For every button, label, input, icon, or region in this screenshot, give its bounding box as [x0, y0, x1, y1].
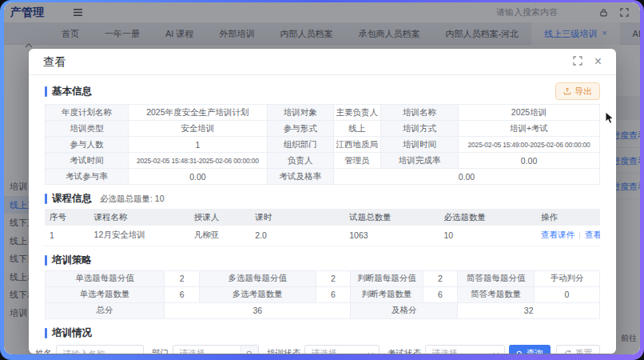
- column-header: 课程名称: [89, 209, 189, 226]
- table-row: 单选考题数量6 多选考题数量6 判断考题数量6 简答考题数量0: [46, 286, 600, 302]
- table-row: 参与人数1 组织部门江西地质局 培训时间2025-02-05 15:49:00-…: [46, 137, 600, 153]
- reset-button[interactable]: 重置: [556, 345, 600, 354]
- field-label: 单选题每题分值: [46, 270, 165, 286]
- section-accent-bar: [45, 194, 47, 204]
- view-courseware-link[interactable]: 查看课件: [541, 230, 574, 239]
- cell-hours: 2.0: [250, 226, 344, 246]
- department-search-icon[interactable]: [241, 346, 258, 354]
- field-value: 线上: [333, 121, 380, 137]
- training-status-select[interactable]: 请选择: [304, 345, 380, 354]
- field-value: 32: [458, 302, 600, 318]
- strategy-table: 单选题每题分值2 多选题每题分值2 判断题每题分值2 简答题每题分值手动判分 单…: [45, 270, 600, 319]
- department-select[interactable]: 请选择: [173, 345, 259, 354]
- field-value: 6: [423, 286, 458, 302]
- department-label: 部门: [152, 348, 169, 354]
- course-info-section-title: 课程信息: [52, 192, 92, 206]
- field-value: 江西地质局: [333, 137, 380, 153]
- field-label: 培训类型: [46, 121, 129, 137]
- field-value: 0: [535, 286, 600, 302]
- field-value: 培训+考试: [459, 121, 600, 137]
- field-value: 2: [165, 270, 200, 286]
- field-label: 判断考题数量: [351, 286, 423, 302]
- view-question-bank-link[interactable]: 查看题库: [585, 230, 600, 239]
- field-label: 参与人数: [46, 137, 129, 153]
- field-label: 及格分: [351, 302, 458, 318]
- exam-status-select[interactable]: 请选择: [425, 345, 505, 354]
- field-value: 安全培训: [129, 121, 268, 137]
- training-status-section-title: 培训情况: [52, 326, 92, 340]
- cell-total-questions: 1063: [344, 226, 439, 246]
- field-label: 简答题每题分值: [458, 270, 535, 286]
- export-button[interactable]: 导出: [555, 82, 600, 100]
- column-header: 授课人: [189, 209, 250, 226]
- column-header: 试题总数量: [344, 209, 439, 226]
- field-label: 考试参与率: [46, 169, 129, 185]
- cell-actions: 查看课件查看题库: [536, 226, 600, 246]
- search-icon: [516, 350, 523, 354]
- dialog-close-icon[interactable]: ×: [594, 55, 602, 68]
- field-label: 判断题每题分值: [351, 270, 423, 286]
- exam-status-label: 考试状态: [388, 348, 421, 354]
- mouse-cursor: [605, 111, 614, 129]
- training-status-label: 培训状态: [267, 348, 300, 354]
- field-value: 36: [165, 302, 351, 318]
- field-label: 培训名称: [380, 105, 458, 121]
- field-value: 6: [316, 286, 351, 302]
- field-label: 考试时间: [46, 153, 129, 169]
- field-label: 多选考题数量: [199, 286, 316, 302]
- refresh-icon: [564, 350, 572, 354]
- strategy-section-title: 培训策略: [52, 254, 92, 267]
- section-accent-bar: [45, 255, 47, 266]
- course-table: 序号 课程名称 授课人 课时 试题总数量 必选题数量 操作 1 12月安全培训 …: [45, 209, 600, 246]
- dialog-title: 查看: [43, 54, 66, 70]
- field-value: 2025-02-05 15:48:31-2025-02-06 00:00:00: [129, 153, 268, 169]
- column-header: 操作: [536, 209, 600, 226]
- field-value: 0.00: [129, 169, 268, 185]
- field-value: 1: [129, 137, 268, 153]
- dialog-fullscreen-icon[interactable]: [573, 54, 582, 69]
- filter-form: 姓名 部门 请选择 培训状态 请选择: [35, 345, 600, 354]
- cell-no: 1: [45, 226, 89, 246]
- basic-info-section-title: 基本信息: [52, 85, 92, 98]
- column-header: 课时: [250, 209, 344, 226]
- field-value: 0.00: [333, 169, 599, 185]
- name-input[interactable]: [56, 345, 144, 354]
- field-label: 组织部门: [267, 137, 333, 153]
- field-value: 2025-02-05 15:49:00-2025-02-06 00:00:00: [459, 137, 600, 153]
- cell-teacher: 凡柳亚: [189, 226, 250, 246]
- name-label: 姓名: [35, 348, 52, 354]
- chevron-down-icon: [363, 352, 379, 354]
- field-label: 总分: [46, 302, 165, 318]
- view-dialog: 查看 × 基本信息 导出: [29, 49, 616, 354]
- field-label: 年度计划名称: [46, 105, 129, 121]
- field-label: 培训完成率: [380, 153, 458, 169]
- field-value: 2: [316, 270, 351, 286]
- section-accent-bar: [45, 86, 47, 97]
- field-label: 多选题每题分值: [199, 270, 316, 286]
- column-header: 必选题数量: [439, 209, 536, 226]
- field-value: 2: [423, 270, 458, 286]
- dialog-header: 查看 ×: [29, 49, 616, 75]
- course-table-header: 序号 课程名称 授课人 课时 试题总数量 必选题数量 操作: [45, 209, 600, 226]
- field-value: 6: [165, 286, 200, 302]
- table-row: 单选题每题分值2 多选题每题分值2 判断题每题分值2 简答题每题分值手动判分: [46, 270, 600, 286]
- field-value: 0.00: [459, 153, 600, 169]
- column-header: 序号: [45, 209, 89, 226]
- app-window: 产管理 请输入搜索内容 首页 一年一册 AI 课程 外部培训 内部人员档案 承包…: [4, 2, 640, 354]
- field-value: 手动判分: [535, 270, 600, 286]
- table-row: 考试参与率0.00 考试及格率0.00: [46, 169, 600, 185]
- query-button[interactable]: 查询: [509, 345, 551, 354]
- course-row: 1 12月安全培训 凡柳亚 2.0 1063 10 查看课件查看题库: [45, 226, 600, 246]
- browser-frame: 产管理 请输入搜索内容 首页 一年一册 AI 课程 外部培训 内部人员档案 承包…: [0, 0, 644, 360]
- field-label: 考试及格率: [267, 169, 333, 185]
- table-row: 年度计划名称2025年度安全生产培训计划 培训对象主要负责人 培训名称2025培…: [46, 105, 600, 121]
- table-row: 考试时间2025-02-05 15:48:31-2025-02-06 00:00…: [46, 153, 600, 169]
- field-label: 参与形式: [267, 121, 333, 137]
- field-value: 2025培训: [459, 105, 600, 121]
- field-value: 主要负责人: [333, 105, 380, 121]
- chevron-down-icon: [488, 352, 504, 354]
- cell-course-name: 12月安全培训: [89, 226, 189, 246]
- field-label: 简答考题数量: [458, 286, 535, 302]
- field-value: 管理员: [333, 153, 380, 169]
- divider: [579, 232, 580, 239]
